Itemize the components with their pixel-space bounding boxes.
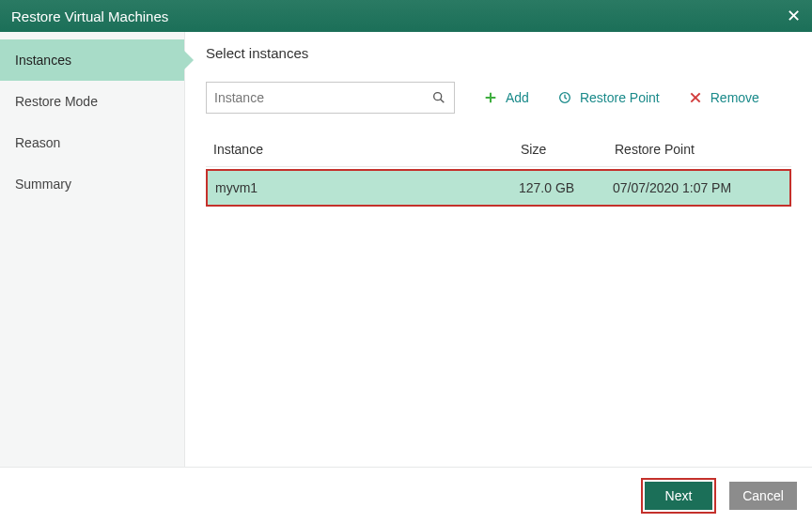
toolbar: Add Restore Point Remove <box>206 82 791 114</box>
svg-line-1 <box>441 100 445 103</box>
page-subtitle: Select instances <box>206 45 791 61</box>
table-header: Instance Size Restore Point <box>206 132 791 167</box>
remove-label: Remove <box>710 90 759 105</box>
sidebar-step-summary[interactable]: Summary <box>0 163 184 205</box>
add-label: Add <box>506 90 529 105</box>
cancel-button[interactable]: Cancel <box>729 482 797 510</box>
sidebar-step-label: Restore Mode <box>15 94 98 109</box>
search-input[interactable] <box>214 90 431 105</box>
cell-restore-point: 07/07/2020 1:07 PM <box>613 180 782 195</box>
plus-icon <box>483 90 498 105</box>
cell-size: 127.0 GB <box>519 180 613 195</box>
sidebar-step-label: Reason <box>15 135 60 150</box>
close-icon[interactable]: ✕ <box>787 6 801 26</box>
restore-point-label: Restore Point <box>580 90 660 105</box>
remove-button[interactable]: Remove <box>688 90 759 105</box>
col-header-size: Size <box>521 142 615 157</box>
cell-instance: myvm1 <box>215 180 519 195</box>
titlebar: Restore Virtual Machines ✕ <box>0 0 812 32</box>
col-header-instance: Instance <box>213 142 521 157</box>
add-button[interactable]: Add <box>483 90 529 105</box>
footer: Next Cancel <box>0 467 812 523</box>
sidebar-step-restore-mode[interactable]: Restore Mode <box>0 81 184 122</box>
selected-row-highlight: myvm1 127.0 GB 07/07/2020 1:07 PM <box>206 169 791 207</box>
search-icon[interactable] <box>431 90 446 105</box>
sidebar-step-label: Instances <box>15 53 71 68</box>
window-title: Restore Virtual Machines <box>11 8 168 24</box>
remove-icon <box>688 90 703 105</box>
restore-point-button[interactable]: Restore Point <box>557 90 660 105</box>
table-row[interactable]: myvm1 127.0 GB 07/07/2020 1:07 PM <box>208 171 789 205</box>
restore-point-icon <box>557 90 572 105</box>
search-input-wrapper[interactable] <box>206 82 455 114</box>
main-panel: Select instances Add <box>185 32 812 467</box>
next-button-highlight: Next <box>641 478 716 514</box>
wizard-sidebar: Instances Restore Mode Reason Summary <box>0 32 185 467</box>
sidebar-step-label: Summary <box>15 177 71 192</box>
svg-point-0 <box>434 93 442 100</box>
col-header-restore-point: Restore Point <box>615 142 784 157</box>
sidebar-step-instances[interactable]: Instances <box>0 39 184 81</box>
sidebar-step-reason[interactable]: Reason <box>0 122 184 163</box>
next-button[interactable]: Next <box>645 482 712 510</box>
